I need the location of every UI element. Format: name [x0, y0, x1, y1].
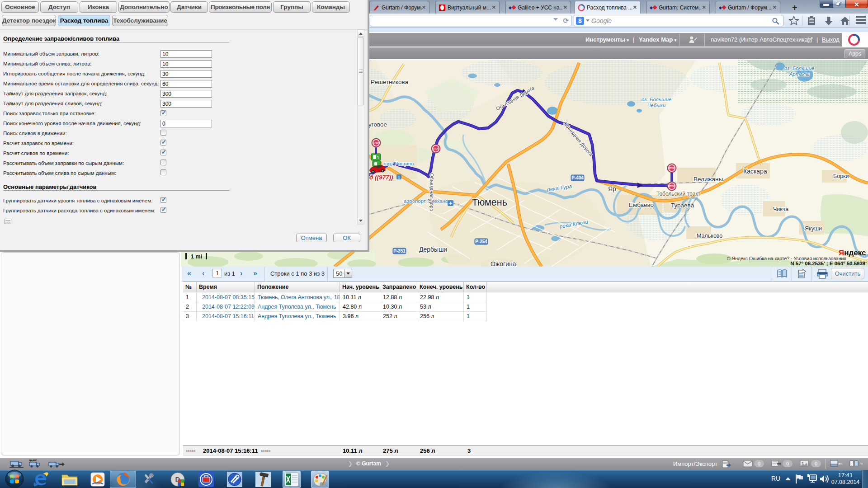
svg-text:1 mi: 1 mi	[191, 253, 202, 260]
svg-text:STOP: STOP	[669, 167, 675, 169]
svg-text:Объездная доро: Объездная доро	[429, 173, 434, 211]
svg-text:Чебыки: Чебыки	[647, 103, 666, 108]
svg-text:Мальково: Мальково	[697, 233, 722, 239]
svg-text:Р-404: Р-404	[571, 175, 584, 180]
svg-text:Р-351: Р-351	[393, 249, 406, 253]
svg-text:NAME: NAME	[29, 459, 37, 462]
svg-text:Ожогина: Ожогина	[491, 260, 516, 267]
svg-text:Арталы: Арталы	[789, 71, 810, 77]
svg-text:уговое: уговое	[368, 121, 387, 128]
svg-text:порт Рощино: порт Рощино	[382, 161, 414, 166]
svg-text:Тураева: Тураева	[671, 202, 694, 209]
svg-text:Р-254: Р-254	[475, 239, 487, 244]
svg-text:Борки: Борки	[833, 173, 849, 179]
svg-text:д ((977)): д ((977))	[369, 174, 393, 181]
svg-text:аэропорт Плеханово: аэропорт Плеханово	[404, 198, 454, 204]
svg-text:STOP: STOP	[669, 185, 675, 188]
svg-text:Тюмень: Тюмень	[472, 197, 507, 208]
svg-text:Велижаны: Велижаны	[693, 176, 723, 183]
svg-text:Дербыши: Дербыши	[419, 246, 447, 253]
svg-text:Тобольский тракт: Тобольский тракт	[656, 191, 701, 197]
svg-text:1: 1	[398, 175, 400, 179]
svg-text:Чикча: Чикча	[773, 206, 788, 212]
svg-text:оз. Большие: оз. Большие	[784, 66, 815, 71]
svg-text:Решетникова: Решетникова	[371, 79, 409, 85]
svg-text:Каскара: Каскара	[743, 168, 767, 175]
svg-text:✈: ✈	[448, 201, 453, 206]
svg-text:STOP: STOP	[373, 141, 380, 144]
svg-text:Якуши: Якуши	[805, 225, 822, 232]
svg-text:N 57° 08.2535' ; E 064° 50.593: N 57° 08.2535' ; E 064° 50.5939'	[790, 261, 867, 266]
svg-text:Ембаево: Ембаево	[629, 202, 654, 208]
svg-text:Яр: Яр	[608, 185, 616, 192]
svg-text:оз. Большие: оз. Большие	[642, 97, 672, 102]
svg-text:STOP: STOP	[433, 147, 439, 150]
